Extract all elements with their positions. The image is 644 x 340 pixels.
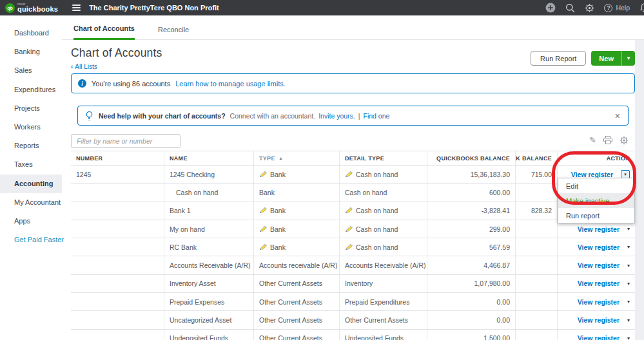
help-banner-text: Connect with an accountant. — [230, 112, 316, 120]
batch-edit-icon[interactable]: ✎ — [589, 135, 596, 145]
view-register-link[interactable]: View register — [578, 316, 620, 324]
table-row: Uncategorized AssetOther Current AssetsO… — [71, 311, 635, 329]
tab-reconcile[interactable]: Reconcile — [158, 26, 189, 39]
right-gutter — [635, 40, 644, 340]
view-register-link[interactable]: View register — [578, 279, 620, 287]
cell-quickbooks-balance: 1,07,980.00 — [427, 275, 516, 292]
action-dropdown-caret-icon[interactable]: ▾ — [627, 299, 630, 305]
edit-pencil-icon[interactable] — [345, 244, 353, 250]
cell-quickbooks-balance: 0.00 — [427, 311, 516, 328]
view-register-link[interactable]: View register — [578, 298, 620, 306]
cell-quickbooks-balance: 15,36,183.30 — [427, 165, 516, 183]
edit-pencil-icon[interactable] — [345, 171, 353, 178]
column-header-detail-type[interactable]: DETAIL TYPE — [340, 151, 427, 165]
cell-detail-type: Other Current Assets — [340, 311, 427, 328]
cell-detail-type: Accounts Receivable (A/R) — [340, 256, 427, 274]
menu-item-run-report[interactable]: Run report — [558, 208, 634, 223]
sidebar-item-projects[interactable]: Projects — [0, 99, 62, 118]
cell-bank-balance — [516, 275, 558, 292]
new-button[interactable]: New ▾ — [591, 51, 635, 66]
cell-type: Other Current Assets — [254, 275, 340, 292]
sidebar-item-dashboard[interactable]: Dashboard — [0, 24, 62, 42]
cell-action: View register▾ — [558, 238, 635, 256]
hamburger-menu-icon[interactable] — [72, 5, 81, 11]
settings-gear-icon[interactable] — [585, 3, 594, 13]
action-dropdown-caret-icon[interactable]: ▾ — [627, 317, 630, 323]
cell-detail-type: Inventory — [340, 275, 427, 292]
tab-bar: Chart of AccountsReconcile — [62, 15, 644, 40]
menu-item-edit[interactable]: Edit — [558, 178, 634, 193]
cell-quickbooks-balance: -3,828.41 — [427, 202, 516, 220]
sidebar-item-accounting[interactable]: Accounting — [0, 175, 62, 193]
cell-number — [71, 275, 164, 292]
run-report-button[interactable]: Run Report — [531, 51, 586, 66]
sidebar-item-expenditures[interactable]: Expenditures — [0, 80, 62, 99]
view-register-link[interactable]: View register — [571, 171, 613, 178]
tab-chart-of-accounts[interactable]: Chart of Accounts — [73, 24, 135, 40]
sidebar-item-my-accountant[interactable]: My Accountant — [0, 193, 62, 212]
sidebar-item-apps[interactable]: Apps — [0, 212, 62, 231]
sidebar-item-get-paid-faster[interactable]: Get Paid Faster — [0, 231, 62, 249]
column-header-type[interactable]: TYPE▴ — [254, 151, 340, 165]
help-button[interactable]: ? Help — [604, 4, 630, 12]
column-header-number[interactable]: NUMBER — [71, 151, 164, 165]
cell-name: Undeposited Funds — [164, 330, 254, 340]
close-icon[interactable]: × — [615, 111, 620, 120]
cell-number — [71, 330, 164, 340]
usage-limits-link[interactable]: Learn how to manage usage limits. — [175, 80, 286, 88]
filter-input[interactable] — [71, 134, 181, 148]
cell-quickbooks-balance: 4,466.87 — [427, 256, 516, 274]
usage-banner: i You're using 86 accounts Learn how to … — [71, 73, 635, 93]
menu-item-make-inactive[interactable]: Make inactive — [558, 193, 634, 208]
sidebar-item-sales[interactable]: Sales — [0, 61, 62, 80]
action-dropdown-caret-icon[interactable]: ▾ — [627, 281, 630, 287]
cell-action: View register▾ — [558, 330, 635, 340]
column-header-quickbooks-balance[interactable]: QUICKBOOKS BALANCE — [427, 151, 516, 165]
table-row: RC BankBankCash on hand567.59View regist… — [71, 238, 635, 256]
sidebar-item-workers[interactable]: Workers — [0, 118, 62, 137]
cell-number — [71, 238, 164, 256]
cell-name: Uncategorized Asset — [164, 311, 254, 328]
invite-accountant-link[interactable]: Invite yours. — [318, 112, 355, 120]
create-plus-icon[interactable] — [545, 3, 556, 13]
edit-pencil-icon[interactable] — [345, 207, 353, 214]
edit-pencil-icon[interactable] — [259, 244, 267, 250]
lightbulb-icon — [86, 111, 93, 121]
action-dropdown-caret-icon[interactable]: ▾ — [627, 244, 630, 250]
edit-pencil-icon[interactable] — [259, 226, 267, 232]
column-header-name[interactable]: NAME — [164, 151, 254, 165]
column-header-bank-balance[interactable]: BANK BALANCE — [516, 151, 558, 165]
sidebar-item-reports[interactable]: Reports — [0, 137, 62, 155]
notifications-bell-icon[interactable] — [639, 3, 644, 13]
view-register-link[interactable]: View register — [578, 261, 620, 269]
cell-number — [71, 256, 164, 274]
edit-pencil-icon[interactable] — [259, 207, 267, 214]
sidebar-item-taxes[interactable]: Taxes — [0, 155, 62, 174]
cell-name: My on hand — [164, 220, 254, 238]
quickbooks-logo[interactable]: qb intuit quickbooks — [5, 3, 58, 13]
cell-quickbooks-balance: 0.00 — [427, 293, 516, 310]
action-dropdown-caret-icon[interactable]: ▾ — [627, 335, 630, 340]
edit-pencil-icon[interactable] — [259, 171, 267, 178]
view-register-link[interactable]: View register — [578, 243, 620, 251]
cell-action: View register▾ — [558, 311, 635, 328]
cell-quickbooks-balance: 567.59 — [427, 238, 516, 256]
sidebar-item-banking[interactable]: Banking — [0, 42, 62, 61]
all-lists-link[interactable]: ‹ All Lists — [71, 63, 97, 70]
table-row: Inventory AssetOther Current AssetsInven… — [71, 275, 635, 293]
action-dropdown-caret-icon[interactable]: ▾ — [627, 263, 630, 269]
new-dropdown-caret-icon[interactable]: ▾ — [622, 55, 635, 61]
cell-action: View register▾ — [558, 293, 635, 310]
search-icon[interactable] — [565, 3, 575, 13]
action-dropdown-menu: EditMake inactiveRun report — [558, 178, 635, 223]
table-row: Bank 1BankCash on hand-3,828.41828.32 — [71, 202, 635, 220]
action-dropdown-caret-icon[interactable]: ▾ — [627, 226, 630, 232]
edit-pencil-icon[interactable] — [345, 226, 353, 232]
table-settings-icon[interactable] — [620, 136, 629, 145]
column-header-action[interactable]: ACTION — [558, 151, 635, 165]
find-accountant-link[interactable]: Find one — [363, 112, 389, 120]
view-register-link[interactable]: View register — [578, 225, 620, 233]
print-icon[interactable] — [603, 136, 612, 144]
view-register-link[interactable]: View register — [578, 334, 620, 340]
cell-detail-type: Cash on hand — [340, 238, 427, 256]
